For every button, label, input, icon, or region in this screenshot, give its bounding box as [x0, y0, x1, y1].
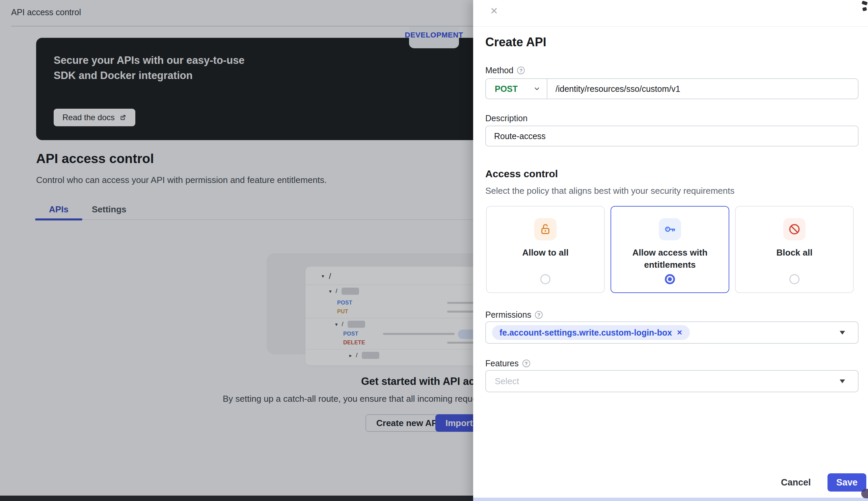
- permission-tag: fe.account-settings.write.custom-login-b…: [492, 325, 690, 340]
- create-api-drawer: ✕ Create API Method ? POST Description A…: [473, 0, 868, 501]
- access-control-subheading: Select the policy that aligns best with …: [485, 186, 734, 196]
- policy-card-label: Block all: [736, 246, 853, 259]
- policy-radio-block-all[interactable]: [789, 274, 800, 284]
- features-placeholder: Select: [486, 376, 519, 386]
- route-path-input[interactable]: [547, 79, 858, 98]
- description-label: Description: [485, 114, 528, 123]
- key-icon: [659, 218, 681, 241]
- dropdown-caret-icon: [840, 331, 845, 334]
- policy-card-block-all[interactable]: Block all: [735, 206, 854, 293]
- method-select[interactable]: POST: [486, 79, 547, 98]
- policy-radio-allow-with-entitlements[interactable]: [665, 274, 675, 284]
- features-select[interactable]: Select: [485, 370, 859, 392]
- policy-card-allow-to-all[interactable]: Allow to all: [486, 206, 605, 293]
- method-input-group: POST: [485, 78, 859, 99]
- method-label-row: Method ?: [485, 65, 525, 75]
- cancel-button[interactable]: Cancel: [781, 477, 811, 488]
- screen-edge-artifact: [861, 489, 868, 498]
- method-label: Method: [485, 65, 513, 75]
- help-icon[interactable]: ?: [517, 66, 525, 74]
- screen-edge-artifact: [862, 7, 867, 11]
- help-icon[interactable]: ?: [522, 360, 530, 367]
- unlock-icon: [534, 218, 556, 241]
- method-select-value: POST: [495, 84, 518, 94]
- help-icon[interactable]: ?: [535, 311, 543, 319]
- drawer-header-divider: [473, 26, 868, 27]
- dropdown-caret-icon: [840, 380, 845, 383]
- policy-radio-allow-to-all[interactable]: [540, 274, 551, 284]
- chevron-down-icon: [533, 85, 541, 93]
- permissions-label-row: Permissions ?: [485, 310, 543, 320]
- policy-card-label: Allow to all: [487, 246, 604, 259]
- access-control-heading: Access control: [485, 168, 558, 180]
- features-label: Features: [485, 359, 519, 368]
- description-label-row: Description: [485, 114, 528, 123]
- description-input[interactable]: [486, 126, 858, 146]
- policy-card-allow-with-entitlements[interactable]: Allow access with entitlements: [610, 206, 729, 293]
- permission-tag-label: fe.account-settings.write.custom-login-b…: [499, 328, 672, 338]
- remove-tag-icon[interactable]: ✕: [677, 329, 682, 337]
- features-label-row: Features ?: [485, 359, 530, 368]
- screen-edge-artifact: [861, 1, 868, 6]
- permissions-label: Permissions: [485, 310, 531, 320]
- permissions-select[interactable]: fe.account-settings.write.custom-login-b…: [485, 321, 859, 344]
- block-icon: [783, 218, 805, 241]
- description-input-box: [485, 126, 859, 147]
- close-icon[interactable]: ✕: [487, 3, 501, 18]
- drawer-bottom-strip: [473, 498, 868, 501]
- drawer-title: Create API: [485, 35, 546, 49]
- save-button[interactable]: Save: [827, 473, 866, 492]
- policy-card-label: Allow access with entitlements: [611, 246, 729, 271]
